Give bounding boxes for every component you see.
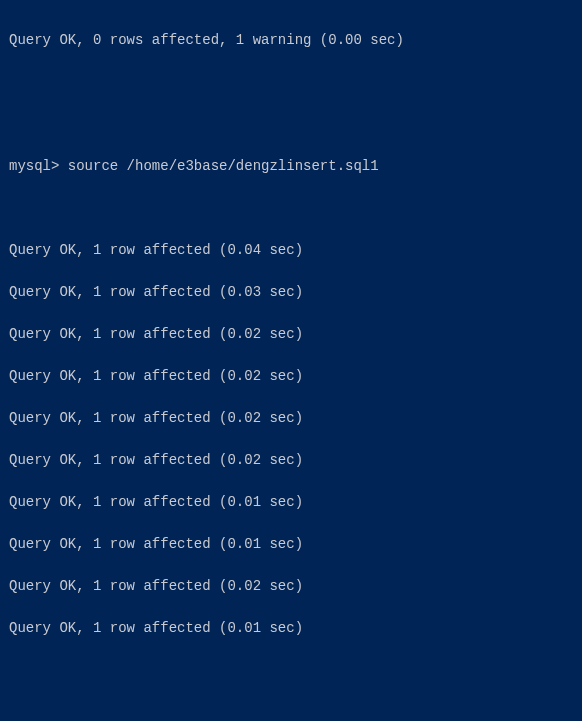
blank-line: [9, 555, 573, 576]
query-results: Query OK, 1 row affected (0.04 sec)Query…: [9, 240, 573, 660]
partial-top-line: Query OK, 0 rows affected, 1 warning (0.…: [9, 30, 573, 51]
blank-line: [9, 345, 573, 366]
command-text-1: source /home/e3base/dengzlinsert.sql1: [68, 158, 379, 174]
terminal[interactable]: Query OK, 0 rows affected, 1 warning (0.…: [0, 0, 582, 721]
blank-line: [9, 639, 573, 660]
mysql-prompt: mysql>: [9, 158, 68, 174]
query-ok-line: Query OK, 1 row affected (0.02 sec): [9, 576, 573, 597]
blank-line: [9, 261, 573, 282]
query-ok-line: Query OK, 1 row affected (0.01 sec): [9, 534, 573, 555]
query-ok-line: Query OK, 1 row affected (0.01 sec): [9, 618, 573, 639]
query-ok-line: Query OK, 1 row affected (0.04 sec): [9, 240, 573, 261]
blank-line: [9, 93, 573, 114]
query-ok-line: Query OK, 1 row affected (0.02 sec): [9, 324, 573, 345]
query-ok-line: Query OK, 1 row affected (0.02 sec): [9, 450, 573, 471]
command-line-1: mysql> source /home/e3base/dengzlinsert.…: [9, 156, 573, 177]
query-ok-line: Query OK, 1 row affected (0.03 sec): [9, 282, 573, 303]
blank-line: [9, 387, 573, 408]
query-ok-line: Query OK, 1 row affected (0.02 sec): [9, 408, 573, 429]
blank-line: [9, 429, 573, 450]
query-ok-line: Query OK, 1 row affected (0.01 sec): [9, 492, 573, 513]
blank-line: [9, 471, 573, 492]
blank-line: [9, 303, 573, 324]
query-ok-line: Query OK, 1 row affected (0.02 sec): [9, 366, 573, 387]
blank-line: [9, 597, 573, 618]
blank-line: [9, 513, 573, 534]
